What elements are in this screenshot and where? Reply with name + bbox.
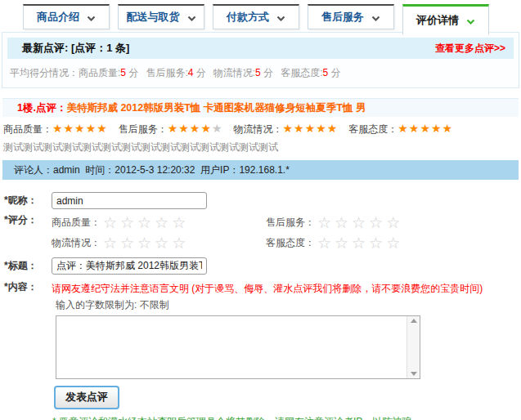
- summary-header: 最新点评: [点评：1 条] 查看更多点评>>: [7, 38, 514, 59]
- star-rating-icon: ★★★★★: [283, 122, 339, 135]
- tab-item[interactable]: 评价详情: [402, 4, 489, 35]
- tab-label: 付款方式: [227, 10, 269, 25]
- review-detail-page: 商品介绍配送与取货付款方式售后服务评价详情 最新点评: [点评：1 条] 查看更…: [0, 0, 521, 420]
- note: * 恶意评论和灌水经本站查明后管理员会将其删除，请网友注意评论者IP，以防被骗。: [52, 415, 521, 420]
- tab-bar: 商品介绍配送与取货付款方式售后服务评价详情: [0, 0, 521, 34]
- review-ratings: 商品质量：★★★★★售后服务：★★★★★物流情况：★★★★★客服态度：★★★★★: [0, 117, 521, 136]
- review-rating: 售后服务：★★★★★: [119, 123, 223, 135]
- content-textarea-wrap: [56, 315, 420, 379]
- form-rating-field: 物流情况：☆☆☆☆☆: [52, 234, 266, 252]
- nickname-label: *昵称：: [0, 194, 52, 208]
- title-label: *标题：: [0, 259, 52, 273]
- review-header: 1楼.点评：美特斯邦威 2012韩版男装T恤 卡通图案机器猫修身短袖夏季T恤 男: [2, 98, 519, 117]
- review-rating: 客服态度：★★★★★: [348, 123, 453, 135]
- content-textarea[interactable]: [56, 316, 406, 378]
- footer-notes: * 恶意评论和灌水经本站查明后管理员会将其删除，请网友注意评论者IP，以防被骗。…: [52, 415, 521, 420]
- content-row: *内容： 请网友遵纪守法并注意语言文明 (对于谩骂、侮辱、灌水点评我们将删除，请…: [0, 280, 521, 296]
- title-row: *标题：: [0, 257, 521, 275]
- tab-item[interactable]: 付款方式: [213, 4, 299, 29]
- submit-review-button[interactable]: 发表点评: [54, 386, 119, 409]
- form-rating-field: 商品质量：☆☆☆☆☆: [52, 213, 266, 231]
- average-scores-row: 平均得分情况：商品质量:5 分售后服务:4 分物流情况:5 分客服态度:5 分: [7, 59, 514, 83]
- rating-row: *评分： 商品质量：☆☆☆☆☆售后服务：☆☆☆☆☆物流情况：☆☆☆☆☆客服态度：…: [0, 213, 521, 252]
- chevron-down-icon: [276, 16, 285, 21]
- content-label: *内容：: [0, 280, 52, 294]
- char-limit-text: 输入的字数限制为: 不限制: [56, 298, 521, 312]
- tab-item[interactable]: 商品介绍: [23, 4, 110, 29]
- tab-label: 配送与取货: [127, 10, 180, 25]
- review-meta-bar: 评论人：admin 时间：2012-5-3 12:20:32 用户IP：192.…: [2, 160, 519, 180]
- tab-label: 售后服务: [321, 10, 364, 25]
- submit-row: 发表点评: [54, 386, 521, 409]
- chevron-down-icon: [187, 16, 196, 21]
- scroll-up-icon[interactable]: [411, 319, 417, 323]
- review-rating: 物流情况：★★★★★: [234, 123, 339, 135]
- review-content: 测试测试测试测试测试测试测试测试测试测试测试测试测试测试: [0, 136, 521, 158]
- review-form: *昵称： *评分： 商品质量：☆☆☆☆☆售后服务：☆☆☆☆☆物流情况：☆☆☆☆☆…: [0, 192, 521, 409]
- rating-label: *评分：: [0, 213, 52, 227]
- tab-item[interactable]: 配送与取货: [118, 4, 204, 29]
- average-score-item: 物流情况:5 分: [213, 67, 273, 78]
- review-title: 美特斯邦威 2012韩版男装T恤 卡通图案机器猫修身短袖夏季T恤 男: [66, 101, 366, 115]
- title-input[interactable]: [52, 257, 207, 275]
- average-score-item: 商品质量:5 分: [79, 67, 138, 78]
- latest-reviews-title: 最新点评: [点评：1 条]: [22, 41, 129, 56]
- tab-label: 商品介绍: [37, 10, 79, 25]
- content-warning-text: 请网友遵纪守法并注意语言文明 (对于谩骂、侮辱、灌水点评我们将删除，请不要浪费您…: [52, 280, 483, 296]
- tab-item[interactable]: 售后服务: [308, 4, 394, 29]
- star-rating-input[interactable]: ☆☆☆☆☆: [103, 235, 189, 251]
- review-item: 1楼.点评：美特斯邦威 2012韩版男装T恤 卡通图案机器猫修身短袖夏季T恤 男…: [0, 98, 521, 180]
- star-rating-input[interactable]: ☆☆☆☆☆: [103, 215, 189, 230]
- form-rating-field: 客服态度：☆☆☆☆☆: [266, 234, 480, 252]
- nickname-row: *昵称：: [0, 192, 521, 209]
- chevron-down-icon: [87, 16, 96, 21]
- textarea-scrollbar[interactable]: [406, 316, 420, 378]
- star-rating-icon: ★★★★★: [52, 122, 108, 135]
- form-rating-grid: 商品质量：☆☆☆☆☆售后服务：☆☆☆☆☆物流情况：☆☆☆☆☆客服态度：☆☆☆☆☆: [52, 213, 480, 252]
- chevron-down-icon: [371, 16, 380, 21]
- form-rating-field: 售后服务：☆☆☆☆☆: [266, 213, 480, 231]
- average-score-item: 客服态度:5 分: [281, 67, 340, 78]
- star-rating-icon: ★★★★★: [397, 122, 453, 135]
- star-rating-input[interactable]: ☆☆☆☆☆: [317, 215, 403, 230]
- scroll-down-icon[interactable]: [411, 372, 417, 376]
- star-rating-input[interactable]: ☆☆☆☆☆: [317, 235, 403, 251]
- more-reviews-link[interactable]: 查看更多点评>>: [435, 42, 505, 56]
- nickname-input[interactable]: [52, 192, 207, 209]
- tab-label: 评价详情: [416, 13, 459, 28]
- summary-box: 最新点评: [点评：1 条] 查看更多点评>> 平均得分情况：商品质量:5 分售…: [2, 32, 519, 88]
- average-score-item: 售后服务:4 分: [146, 67, 205, 78]
- star-rating-icon: ★★★★★: [168, 122, 223, 135]
- review-rating: 商品质量：★★★★★: [3, 123, 108, 135]
- average-scores: 商品质量:5 分售后服务:4 分物流情况:5 分客服态度:5 分: [79, 67, 348, 78]
- chevron-down-icon: [466, 19, 475, 25]
- average-scores-label: 平均得分情况：: [10, 67, 79, 78]
- review-floor-label: 1楼.点评：: [17, 101, 66, 115]
